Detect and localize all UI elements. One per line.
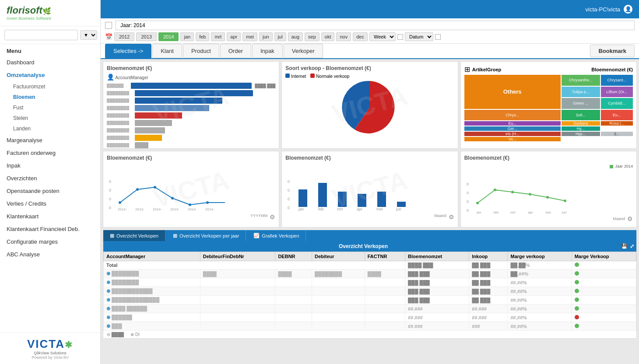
table-export-icon[interactable]: 💾 xyxy=(621,243,628,249)
sidebar-item-abc[interactable]: ABC Analyse xyxy=(0,248,100,261)
table-expand-icon[interactable]: ⤢ xyxy=(630,243,634,249)
tab-selecties[interactable]: Selecties -> xyxy=(105,44,151,58)
treemap-cell-cymbidi: Cymbidi... xyxy=(601,98,633,109)
bar-row-8: ████████ xyxy=(107,135,275,141)
bottom-tab-overzicht[interactable]: ▦ Overzicht Verkopen xyxy=(103,230,165,241)
sidebar-item-config-marges[interactable]: Configuratie marges xyxy=(0,235,100,248)
year-2014-btn[interactable]: 2014 xyxy=(158,32,179,41)
treemap-title: ArtikelGroep xyxy=(472,67,502,72)
bottom-tab-grafiek[interactable]: 📈 Grafiek Verkopen xyxy=(247,230,306,241)
sidebar-item-factuuromzet[interactable]: Factuuromzet xyxy=(0,81,100,92)
logo-flori: flori xyxy=(7,5,25,16)
sidebar-item-inpak[interactable]: Inpak xyxy=(0,159,100,172)
month-jan[interactable]: jan xyxy=(180,32,194,41)
expand-icon-5[interactable]: ⊕ xyxy=(106,306,110,311)
sidebar-item-facturen[interactable]: Facturen onderweg xyxy=(0,147,100,159)
col-bloemenomzet: Bloemenomzet xyxy=(405,252,469,261)
month-feb[interactable]: feb xyxy=(196,32,209,41)
table-title: Overzicht Verkopen xyxy=(339,243,388,249)
search-dropdown[interactable]: ▼ xyxy=(80,30,97,40)
search-input[interactable] xyxy=(4,30,78,40)
svg-text:jun: jun xyxy=(562,210,567,214)
sidebar-item-verlies[interactable]: Verlies / Credits xyxy=(0,197,100,210)
treemap-icon: ⊞ xyxy=(464,65,470,74)
sidebar-item-bloemen[interactable]: Bloemen xyxy=(0,92,100,102)
month-okt[interactable]: okt xyxy=(321,32,335,41)
table-row-4: ⊕ ██████████████ ███.███ ██.███ ##,##% xyxy=(104,296,636,304)
expand-icon-1[interactable]: ⊕ xyxy=(106,271,110,276)
month-jul[interactable]: jul xyxy=(274,32,286,41)
lc2-title: Bloemenomzet (€) xyxy=(285,155,454,161)
user-icon: 👤 xyxy=(624,5,632,14)
sidebar-item-openstaande[interactable]: Openstaande posten xyxy=(0,185,100,197)
account-manager-label: 👤 AccountManager xyxy=(107,74,275,80)
month-mrt[interactable]: mrt xyxy=(211,32,225,41)
tab-order[interactable]: Order xyxy=(220,44,251,58)
bottom-tabs: ▦ Overzicht Verkopen ▦ Overzicht Verkope… xyxy=(103,230,636,241)
bar-row-2: ████████ xyxy=(107,90,275,96)
datum-select[interactable]: Datum xyxy=(405,32,433,41)
expand-icon-6[interactable]: ⊕ xyxy=(106,315,110,320)
bar-row-6: ████████ xyxy=(107,120,275,126)
filter-checkbox1[interactable] xyxy=(397,34,403,40)
svg-point-40 xyxy=(546,196,549,199)
month-mei[interactable]: mei xyxy=(242,32,257,41)
year-2013-btn[interactable]: 2013 xyxy=(136,32,156,41)
month-apr[interactable]: apr xyxy=(227,32,241,41)
svg-text:2014-: 2014- xyxy=(118,207,127,211)
tab-verkoper[interactable]: Verkoper xyxy=(284,44,323,58)
sidebar-item-overzichten[interactable]: Overzichten xyxy=(0,172,100,185)
svg-point-7 xyxy=(171,197,174,200)
sidebar-item-landen[interactable]: Landen xyxy=(0,123,100,134)
svg-point-6 xyxy=(154,186,156,189)
sidebar-item-klantenkaart[interactable]: Klantenkaart xyxy=(0,210,100,223)
sidebar-item-dashboard[interactable]: Dashboard xyxy=(0,56,100,69)
minus-indicator: ⊖ ████ xyxy=(107,332,124,337)
table-row-7: ⊕ ███ ##.### ### ##,##% xyxy=(104,322,636,331)
year-2012-btn[interactable]: 2012 xyxy=(114,32,134,41)
lc3-year-label: Jaar xyxy=(615,164,623,168)
month-nov[interactable]: nov xyxy=(336,32,351,41)
bar-chart-area: ████████ ████.███ ████████ ████████ ████… xyxy=(107,83,275,148)
month-dec[interactable]: dec xyxy=(353,32,368,41)
month-sep[interactable]: sep xyxy=(305,32,320,41)
month-aug[interactable]: aug xyxy=(288,32,303,41)
treemap-cell-chrysanthe: Chrysanthe... xyxy=(562,75,600,86)
tab-product[interactable]: Product xyxy=(183,44,219,58)
table-container[interactable]: AccountManager DebiteurFinDebNr DEBNR De… xyxy=(103,252,636,330)
sidebar-item-margeanalyse[interactable]: Margeanalyse xyxy=(0,134,100,147)
svg-text:0: 0 xyxy=(288,188,290,192)
tab-inpak[interactable]: Inpak xyxy=(252,44,283,58)
expand-icon-3[interactable]: ⊕ xyxy=(106,288,110,294)
treemap-cell-chrysant: Chrysant... xyxy=(601,75,633,86)
footer-powered: Powered by Victa BV xyxy=(7,355,94,360)
svg-text:feb: feb xyxy=(318,207,324,211)
lc1-xlabel-text: YYYYMM xyxy=(250,214,267,220)
lc3-year-val: 2014 xyxy=(624,164,633,168)
row1-checkbox[interactable] xyxy=(105,22,112,29)
bottom-tab-per-jaar[interactable]: ▦ Overzicht Verkopen per jaar xyxy=(166,230,246,241)
sidebar-item-stelen[interactable]: Stelen xyxy=(0,113,100,123)
bookmark-btn[interactable]: Bookmark xyxy=(590,45,635,57)
week-select[interactable]: Week xyxy=(369,32,396,41)
bar-row-1: ████████ ████.███ xyxy=(107,83,275,89)
expand-icon-2[interactable]: ⊕ xyxy=(106,280,110,285)
bar-row-7: ████████ xyxy=(107,127,275,133)
line-chart1-svg: 0 0 0 0 2014- 2014- 2014- 2014- xyxy=(107,163,275,211)
lc3-settings-icon: ⚙ xyxy=(627,215,633,222)
sidebar-item-fust[interactable]: Fust xyxy=(0,102,100,113)
sidebar-item-klantenkaart-fin[interactable]: Klantenkaart Financieel Deb. xyxy=(0,223,100,235)
line-chart3-svg: 0 0 0 0 jan feb mrt apr mei xyxy=(464,170,633,214)
line-chart1-panel: VICTA Bloemenomzet (€) 0 0 0 0 201 xyxy=(103,151,279,228)
sidebar-item-omzetanalyse[interactable]: Omzetanalyse xyxy=(0,69,100,81)
col-debnr: DEBNR xyxy=(275,252,312,261)
svg-rect-22 xyxy=(338,192,347,207)
filter-checkbox2[interactable] xyxy=(435,34,441,40)
expand-icon-4[interactable]: ⊕ xyxy=(106,297,110,302)
treemap-cell-2: 2... xyxy=(601,132,633,136)
col-factnr: FACTNR xyxy=(365,252,405,261)
lc2-settings-icon: ⚙ xyxy=(449,214,454,220)
tab-klant[interactable]: Klant xyxy=(152,44,182,58)
expand-icon-7[interactable]: ⊕ xyxy=(106,323,110,329)
month-jun[interactable]: jun xyxy=(259,32,273,41)
